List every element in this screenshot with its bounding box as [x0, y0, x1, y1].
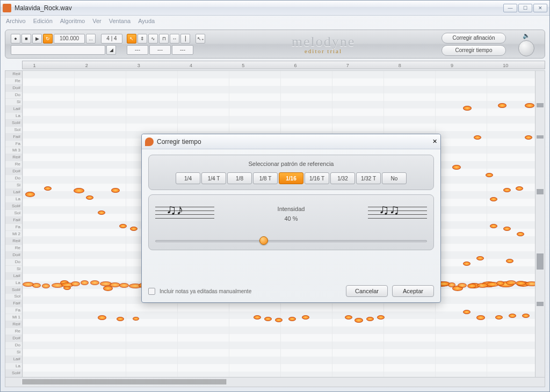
menu-archivo[interactable]: Archivo — [6, 18, 26, 24]
note-blob[interactable] — [111, 188, 120, 193]
autoscroll-button[interactable]: ◢ — [106, 45, 116, 55]
note-blob[interactable] — [44, 186, 52, 191]
note-blob[interactable] — [486, 173, 493, 177]
note-blob[interactable] — [32, 283, 41, 288]
note-blob[interactable] — [495, 315, 503, 320]
pattern-button[interactable]: 1/32 T — [356, 172, 381, 184]
pattern-button[interactable]: 1/4 T — [201, 172, 226, 184]
note-blob[interactable] — [516, 281, 526, 286]
maximize-button[interactable]: ☐ — [518, 4, 532, 12]
horizontal-scrollbar[interactable] — [5, 378, 545, 387]
note-blob[interactable] — [264, 317, 272, 321]
note-blob[interactable] — [503, 188, 511, 192]
note-blob[interactable] — [490, 224, 497, 228]
note-blob[interactable] — [275, 318, 283, 322]
loop-button[interactable]: ↻ — [43, 34, 53, 43]
note-blob[interactable] — [525, 103, 534, 108]
note-blob[interactable] — [42, 284, 50, 288]
note-blob[interactable] — [476, 315, 485, 320]
menu-ventana[interactable]: Ventana — [109, 18, 131, 24]
menu-edicion[interactable]: Edición — [33, 18, 53, 24]
note-blob[interactable] — [506, 280, 516, 285]
note-blob[interactable] — [25, 192, 35, 197]
intensity-slider[interactable] — [155, 237, 427, 244]
pattern-button[interactable]: 1/16 T — [305, 172, 329, 184]
note-blob[interactable] — [516, 186, 523, 191]
overview-scrollbar[interactable] — [535, 71, 545, 377]
note-blob[interactable] — [98, 210, 105, 215]
note-blob[interactable] — [354, 318, 363, 323]
close-button[interactable]: ✕ — [533, 4, 547, 12]
note-blob[interactable] — [467, 284, 476, 288]
minimize-button[interactable]: — — [503, 4, 517, 12]
note-blob[interactable] — [366, 317, 374, 321]
note-blob[interactable] — [522, 314, 530, 318]
note-blob[interactable] — [476, 256, 484, 260]
note-blob[interactable] — [345, 315, 352, 320]
note-blob[interactable] — [119, 283, 129, 288]
correct-pitch-button[interactable]: Corregir afinación — [442, 33, 506, 43]
note-blob[interactable] — [74, 188, 84, 193]
pattern-button[interactable]: 1/8 T — [253, 172, 278, 184]
menu-ver[interactable]: Ver — [92, 18, 102, 24]
volume-knob[interactable] — [518, 40, 534, 56]
note-blob[interactable] — [86, 195, 93, 200]
record-button[interactable]: ● — [11, 34, 20, 43]
note-blob[interactable] — [509, 314, 516, 318]
note-blob[interactable] — [119, 224, 127, 228]
note-blob[interactable] — [452, 165, 461, 170]
pattern-button[interactable]: 1/4 — [176, 172, 200, 184]
extra-tool-button[interactable]: ↖₊ — [196, 34, 205, 43]
note-blob[interactable] — [525, 135, 532, 140]
menu-ayuda[interactable]: Ayuda — [138, 18, 155, 24]
note-blob[interactable] — [496, 281, 504, 286]
slider-thumb[interactable] — [259, 236, 268, 245]
note-blob[interactable] — [490, 197, 497, 201]
tempo-field[interactable]: 100.000 — [54, 34, 85, 43]
timing-tool-button[interactable]: ↔ — [170, 34, 179, 43]
note-blob[interactable] — [117, 317, 124, 321]
pattern-button[interactable]: 1/32 — [330, 172, 355, 184]
pattern-button[interactable]: 1/8 — [227, 172, 252, 184]
note-blob[interactable] — [110, 282, 120, 287]
note-blob[interactable] — [448, 282, 455, 287]
timesig-field[interactable]: 4 | 4 — [101, 34, 122, 43]
accept-button[interactable]: Aceptar — [392, 285, 434, 297]
note-blob[interactable] — [254, 315, 261, 320]
separation-tool-button[interactable]: ⎮ — [180, 34, 190, 43]
position-field[interactable] — [11, 45, 105, 55]
note-blob[interactable] — [463, 262, 471, 266]
cancel-button[interactable]: Cancelar — [346, 285, 388, 297]
note-blob[interactable] — [377, 315, 385, 320]
note-blob[interactable] — [81, 280, 89, 285]
note-blob[interactable] — [98, 315, 106, 320]
note-blob[interactable] — [463, 106, 472, 111]
note-blob[interactable] — [133, 317, 139, 321]
stop-button[interactable]: ■ — [21, 34, 31, 43]
note-blob[interactable] — [503, 227, 511, 231]
formant-tool-button[interactable]: ∿ — [148, 34, 158, 43]
note-blob[interactable] — [498, 103, 506, 108]
note-blob[interactable] — [130, 227, 138, 231]
tempo-more-button[interactable]: ... — [86, 34, 96, 43]
pitch-tool-button[interactable]: ⇕ — [138, 34, 147, 43]
menu-algoritmo[interactable]: Algoritmo — [60, 18, 85, 24]
note-blob[interactable] — [90, 280, 99, 285]
dialog-close-button[interactable]: ✕ — [432, 138, 437, 145]
note-blob[interactable] — [474, 135, 481, 140]
play-button[interactable]: ▶ — [32, 34, 42, 43]
pattern-button[interactable]: No — [382, 172, 407, 184]
note-blob[interactable] — [458, 283, 467, 288]
amplitude-tool-button[interactable]: ⊓ — [159, 34, 169, 43]
note-blob[interactable] — [463, 310, 471, 314]
note-blob[interactable] — [302, 315, 309, 320]
include-edited-checkbox[interactable] — [148, 288, 155, 295]
pattern-button[interactable]: 1/16 — [279, 172, 303, 184]
correct-time-button[interactable]: Corregir tiempo — [442, 45, 506, 56]
note-blob[interactable] — [517, 232, 524, 236]
time-ruler[interactable]: 1 2 3 4 5 6 7 8 9 10 — [22, 61, 545, 69]
note-blob[interactable] — [288, 317, 296, 321]
note-blob[interactable] — [506, 259, 513, 263]
main-tool-button[interactable]: ↖ — [127, 34, 136, 43]
note-blob[interactable] — [71, 281, 80, 286]
